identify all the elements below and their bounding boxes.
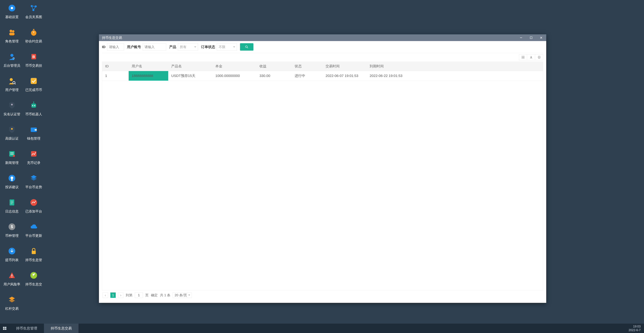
svg-point-43 bbox=[34, 105, 35, 106]
taskbar-item[interactable]: 持币生息管理 bbox=[10, 324, 44, 333]
desktop-icon-timer[interactable]: 秒合约交易 bbox=[23, 26, 44, 50]
table-scroll[interactable]: ID用户名产品名本金收益状态交易时间到期时间 118888888888USDT预… bbox=[102, 61, 543, 291]
svg-rect-62 bbox=[538, 56, 540, 57]
desktop-icon-complain[interactable]: 投诉建议 bbox=[1, 171, 23, 196]
table-header-cell[interactable]: 状态 bbox=[292, 61, 322, 71]
desktop-icon-users[interactable]: 角色管理 bbox=[1, 26, 23, 50]
desktop-icon-news[interactable]: 新闻管理 bbox=[1, 147, 23, 171]
desktop-icon-log[interactable]: 日志信息 bbox=[1, 196, 23, 220]
print-button[interactable] bbox=[535, 54, 543, 60]
svg-rect-41 bbox=[31, 104, 36, 108]
clock-time: 19:03 bbox=[628, 325, 641, 328]
desktop-icon-usersearch[interactable]: 用户管理 bbox=[1, 74, 23, 98]
svg-rect-47 bbox=[35, 129, 37, 131]
desktop-icon-label: 平台币走势 bbox=[25, 185, 42, 189]
users-icon bbox=[8, 28, 16, 37]
desktop-icon-lock[interactable]: 持币生息管 bbox=[23, 244, 44, 269]
table-row[interactable]: 118888888888USDT预存15天1000.00000000330.00… bbox=[102, 71, 543, 81]
svg-rect-36 bbox=[33, 29, 34, 30]
pager-goto-input[interactable] bbox=[135, 293, 143, 298]
desktop-icon-label: 币种管理 bbox=[5, 234, 18, 238]
desktop-icon-label: 杠杆交易 bbox=[5, 306, 18, 311]
pager-goto-label: 到第 bbox=[126, 293, 132, 298]
desktop-icon-label: 币币交易挂 bbox=[25, 63, 42, 68]
pagination: ‹ 1 › 到第 页 确定 共 1 条 20 条/页 bbox=[102, 291, 543, 300]
desktop-icon-trend[interactable]: 平台币走势 bbox=[23, 171, 44, 196]
desktop-icon-badge[interactable]: B 币币交易挂 bbox=[23, 50, 44, 74]
search-button[interactable] bbox=[240, 43, 254, 51]
filter-product-select[interactable]: 所有 bbox=[178, 43, 198, 51]
desktop-icon-withdraw[interactable]: 提币列表 bbox=[1, 244, 23, 269]
desktop-icon-chartcircle[interactable]: 已添加平台 bbox=[23, 196, 44, 220]
minimize-button[interactable] bbox=[516, 34, 526, 41]
shield-icon bbox=[8, 101, 16, 110]
page-1-button[interactable]: 1 bbox=[110, 293, 116, 298]
desktop-icon-shield2[interactable]: 高级认证 bbox=[1, 123, 23, 147]
table-header-cell[interactable]: 产品名 bbox=[168, 61, 212, 71]
page-next-button[interactable]: › bbox=[118, 293, 124, 298]
svg-text:B: B bbox=[32, 55, 35, 59]
filter-bar: ID 用户账号 产品 所有 订单状态 不限 bbox=[99, 41, 546, 53]
desktop-icon-cloud[interactable]: 平台币更新 bbox=[23, 220, 44, 244]
table-header-cell[interactable]: 交易时间 bbox=[322, 61, 366, 71]
cell-status: 进行中 bbox=[292, 71, 322, 81]
close-button[interactable] bbox=[536, 34, 546, 41]
svg-point-3 bbox=[12, 30, 14, 32]
filter-id-input[interactable] bbox=[107, 43, 124, 51]
desktop-icon-wrench[interactable]: 持币生息交 bbox=[23, 269, 44, 293]
desktop-icon-grid: 基础设置 角色管理 后台管理员 用户管理 实名认证管 高级认证 新闻管理 投诉建… bbox=[0, 1, 44, 317]
table-header-cell[interactable]: 本金 bbox=[212, 61, 256, 71]
desktop-icon-alert[interactable]: 用户风险率 bbox=[1, 269, 23, 293]
desktop-icon-layers[interactable]: 杠杆交易 bbox=[1, 293, 23, 317]
desktop-icon-label: 投诉建议 bbox=[5, 185, 18, 189]
svg-point-1 bbox=[11, 7, 13, 9]
window-title: 持币生息交易 bbox=[102, 35, 122, 40]
pager-total: 共 1 条 bbox=[160, 293, 170, 298]
desktop-icon-label: 会员关系图 bbox=[25, 15, 42, 19]
desktop-icon-gear[interactable]: 基础设置 bbox=[1, 1, 23, 26]
desktop-icon-wallet[interactable]: 钱包管理 bbox=[23, 123, 44, 147]
table-header-cell[interactable]: 用户名 bbox=[129, 61, 168, 71]
table-header-cell[interactable]: ID bbox=[102, 61, 129, 71]
filter-id: ID bbox=[102, 43, 124, 51]
svg-point-7 bbox=[13, 57, 14, 59]
table-header-cell[interactable]: 收益 bbox=[256, 61, 292, 71]
svg-rect-65 bbox=[3, 327, 4, 328]
desktop-icon-shield[interactable]: 实名认证管 bbox=[1, 98, 23, 123]
filter-user-input[interactable] bbox=[143, 43, 166, 51]
maximize-button[interactable] bbox=[526, 34, 536, 41]
admin-icon bbox=[8, 52, 16, 61]
page-prev-button[interactable]: ‹ bbox=[103, 293, 108, 298]
desktop-icon-label: 后台管理员 bbox=[4, 63, 20, 68]
filter-status-select[interactable]: 不限 bbox=[217, 43, 237, 51]
desktop-icon-robot[interactable]: 币币机器人 bbox=[23, 98, 44, 123]
desktop-icon-admin[interactable]: 后台管理员 bbox=[1, 50, 23, 74]
cell-user[interactable]: 18888888888 bbox=[129, 71, 168, 81]
desktop-icon-label: 高级认证 bbox=[5, 136, 18, 141]
desktop-icon-check[interactable]: 已完成币币 bbox=[23, 74, 44, 98]
start-button[interactable] bbox=[0, 324, 10, 333]
cell-product: USDT预存15天 bbox=[168, 71, 212, 81]
filter-user: 用户账号 bbox=[127, 43, 166, 51]
export-button[interactable] bbox=[527, 54, 535, 60]
table-header-cell[interactable] bbox=[411, 61, 543, 71]
desktop-icon-graph[interactable]: 会员关系图 bbox=[23, 1, 44, 26]
svg-rect-68 bbox=[5, 329, 6, 330]
chart-icon bbox=[29, 149, 38, 158]
svg-rect-59 bbox=[523, 56, 524, 57]
svg-rect-67 bbox=[3, 329, 4, 330]
taskbar-item[interactable]: 持币生息交易 bbox=[44, 324, 78, 333]
cell-trade-time: 2022-06-07 19:01:53 bbox=[322, 71, 366, 81]
log-icon bbox=[8, 198, 16, 207]
svg-rect-66 bbox=[5, 327, 6, 328]
desktop-icon-label: 基础设置 bbox=[5, 15, 18, 19]
columns-button[interactable] bbox=[519, 54, 527, 60]
pager-pagesize-select[interactable]: 20 条/页 bbox=[173, 293, 192, 298]
pager-confirm-button[interactable]: 确定 bbox=[151, 293, 158, 298]
desktop-icon-chart[interactable]: 充币记录 bbox=[23, 147, 44, 171]
table-header-cell[interactable]: 到期时间 bbox=[366, 61, 411, 71]
window-titlebar[interactable]: 持币生息交易 bbox=[99, 34, 546, 41]
svg-line-34 bbox=[32, 6, 33, 10]
taskbar-clock[interactable]: 19:03 2022-6-7 bbox=[628, 325, 644, 332]
desktop-icon-dollar[interactable]: $ 币种管理 bbox=[1, 220, 23, 244]
